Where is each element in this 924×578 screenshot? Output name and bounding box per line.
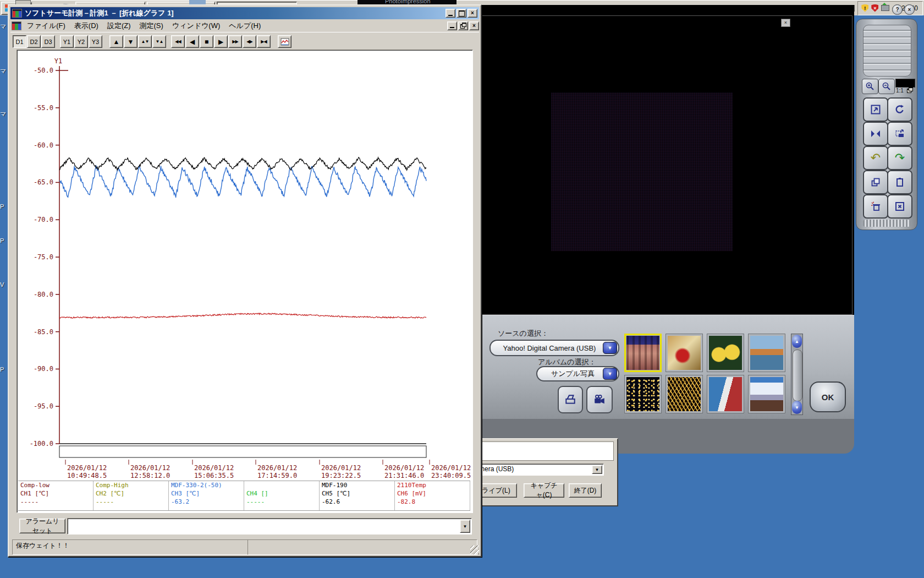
redo-button[interactable]: ↷	[887, 146, 912, 170]
zoom-value-display	[895, 79, 915, 88]
photo-thumbnail-cardinal-bird[interactable]	[666, 334, 703, 372]
channel-table: Comp-lowCH1 [℃]-----Comp-HighCH2 [℃]----…	[18, 481, 470, 511]
svg-text:-50.0: -50.0	[34, 67, 53, 74]
minimize-button[interactable]	[446, 9, 455, 18]
step-back-button[interactable]: ◀	[185, 35, 199, 48]
toolbar-button-d2[interactable]: D2	[27, 35, 41, 48]
photo-thumbnail-rock-spires[interactable]	[624, 334, 662, 372]
menu-measure[interactable]: 測定(S)	[135, 20, 167, 32]
svg-text:2026/01/12: 2026/01/12	[257, 464, 297, 472]
paste-button[interactable]	[887, 170, 912, 194]
toolbox-grip[interactable]	[863, 25, 911, 77]
graph-settings-button[interactable]	[278, 35, 292, 48]
mdi-close-button[interactable]: ×	[469, 21, 479, 30]
security-warning-shield-icon[interactable]: !	[861, 4, 868, 12]
menu-view[interactable]: 表示(D)	[70, 20, 103, 32]
desktop-icon-label-fragment[interactable]: P	[0, 237, 4, 244]
resize-button[interactable]	[863, 97, 888, 122]
safely-remove-hardware-icon[interactable]	[881, 5, 889, 11]
expand-vertical-button[interactable]: ▲▼	[138, 35, 152, 48]
chevron-down-icon[interactable]: ▼	[603, 342, 617, 354]
restore-view-icon[interactable]	[907, 88, 914, 94]
expand-horizontal-button[interactable]: ◀▶	[243, 35, 256, 48]
menu-window[interactable]: ウィンドウ(W)	[168, 20, 224, 32]
zoom-in-button[interactable]	[862, 79, 878, 94]
desktop-icon-label-fragment[interactable]: マ	[0, 23, 6, 31]
line-chart: Y1-50.0-55.0-60.0-65.0-70.0-75.0-80.0-85…	[17, 50, 472, 512]
undo-button[interactable]: ↶	[863, 146, 888, 170]
menu-file[interactable]: ファイル(F)	[23, 20, 70, 32]
zoom-out-button[interactable]	[878, 79, 895, 94]
crop-rotate-button[interactable]	[887, 122, 912, 146]
close-app-button[interactable]: ×	[904, 4, 915, 15]
photo-thumbnail-gold-light-weave[interactable]	[666, 375, 703, 413]
acquire-scanner-button[interactable]	[558, 386, 583, 413]
svg-text:2026/01/12: 2026/01/12	[321, 464, 361, 472]
copy-button[interactable]	[863, 170, 888, 194]
maximize-button[interactable]	[457, 9, 466, 18]
chevron-down-icon[interactable]: ▼	[460, 520, 470, 533]
ok-button[interactable]: OK	[810, 381, 846, 412]
photo-thumbnail-harbor-town[interactable]	[748, 334, 785, 372]
preview-close-icon[interactable]: ×	[781, 19, 790, 27]
capture-button[interactable]: キャプチャ(C)	[524, 483, 564, 498]
flip-horizontal-button[interactable]	[863, 122, 888, 146]
channel-cell-ch2: Comp-HighCH2 [℃]-----	[94, 481, 169, 510]
thumbnail-scrollbar[interactable]: ▲ ▼	[791, 334, 803, 415]
close-button[interactable]: ×	[468, 9, 477, 18]
toolbar-button-y1[interactable]: Y1	[60, 35, 74, 48]
scroll-up-icon[interactable]: ▲	[792, 335, 802, 348]
svg-text:-65.0: -65.0	[34, 178, 53, 186]
desktop-icon-label-fragment[interactable]: マ	[0, 110, 6, 118]
toolbar-button-d1[interactable]: D1	[13, 35, 26, 48]
photo-thumbnail-desert-sky[interactable]	[748, 375, 785, 413]
desktop-icon-label-fragment[interactable]: マ	[0, 67, 6, 75]
acquire-camera-button[interactable]	[586, 386, 613, 413]
toolbar-button-d3[interactable]: D3	[41, 35, 55, 48]
album-select-dropdown[interactable]: サンプル写真 ▼	[536, 366, 619, 381]
help-button[interactable]: ?	[892, 4, 903, 15]
message-combobox[interactable]: ▼	[67, 518, 472, 535]
stop-button[interactable]: ■	[200, 35, 213, 48]
compress-vertical-button[interactable]: ▼▲	[152, 35, 166, 48]
step-forward-button[interactable]: ▶	[214, 35, 228, 48]
scroll-up-button[interactable]: ▲	[109, 35, 123, 48]
scroll-down-icon[interactable]: ▼	[792, 401, 802, 414]
toolbar-button-y3[interactable]: Y3	[89, 35, 102, 48]
scroll-down-button[interactable]: ▼	[124, 35, 138, 48]
photo-thumbnail-lighthouse[interactable]	[707, 375, 744, 413]
desktop-icon-label-fragment[interactable]: P	[0, 203, 4, 210]
source-select-dropdown[interactable]: Yahoo! Digital Camera (USB) ▼	[490, 340, 619, 356]
graph-icon	[280, 38, 289, 46]
photo-thumbnail-yellow-flowers[interactable]	[707, 334, 744, 372]
chevron-down-icon[interactable]: ▼	[603, 368, 617, 380]
fast-rewind-button[interactable]: ◀◀	[171, 35, 185, 48]
alarm-reset-button[interactable]: アラームリセット	[19, 519, 65, 533]
svg-text:12:58:12.0: 12:58:12.0	[130, 472, 170, 479]
toolbar-button-y2[interactable]: Y2	[74, 35, 88, 48]
desktop-icon-label-fragment[interactable]: V	[0, 281, 4, 288]
resize-grip[interactable]	[470, 546, 479, 554]
mdi-restore-button[interactable]	[458, 21, 468, 30]
menu-help[interactable]: ヘルプ(H)	[224, 20, 265, 32]
toolbox-grip[interactable]	[863, 220, 910, 227]
title-bar[interactable]: ソフトサーモ計測－計測1 － [折れ線グラフ 1] ×	[10, 7, 479, 19]
photo-thumbnail-night-skyline[interactable]	[624, 375, 662, 413]
delete-button[interactable]	[863, 194, 888, 219]
rotate-button[interactable]	[887, 97, 912, 122]
security-alert-shield-icon[interactable]: ×	[871, 4, 878, 12]
resize-icon	[870, 104, 881, 115]
scrollbar-thumb[interactable]	[793, 350, 802, 401]
compress-horizontal-button[interactable]: ▶◀	[257, 35, 271, 48]
chevron-down-icon[interactable]: ▼	[592, 465, 602, 474]
exit-button[interactable]: 終了(D)	[569, 483, 602, 498]
desktop-icon-label-fragment[interactable]: P	[0, 366, 4, 373]
close-button[interactable]	[887, 194, 912, 219]
mdi-minimize-button[interactable]	[447, 21, 457, 30]
status-bar-cell	[248, 539, 477, 555]
svg-text:-70.0: -70.0	[34, 216, 53, 223]
menu-settings[interactable]: 設定(Z)	[103, 20, 135, 32]
rock-spires-image	[626, 336, 659, 370]
camera-select-combobox[interactable]: mera (USB) ▼	[476, 464, 604, 476]
fast-forward-button[interactable]: ▶▶	[228, 35, 242, 48]
